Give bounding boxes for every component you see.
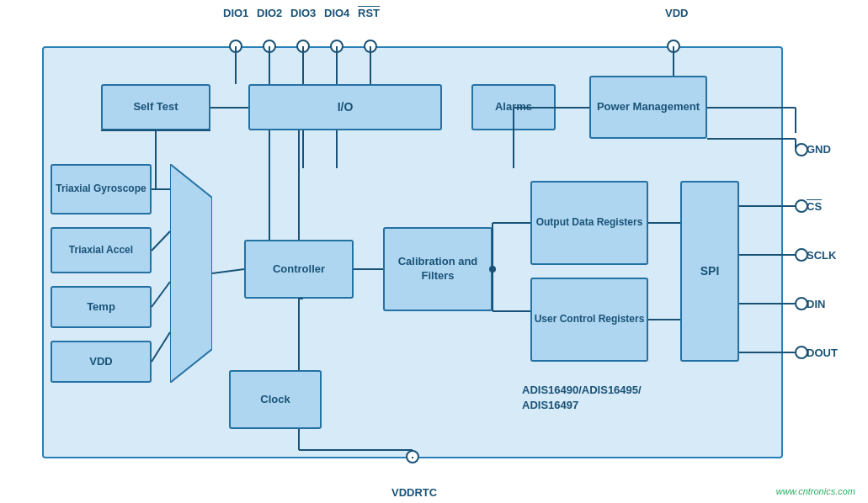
svg-point-18 — [796, 249, 807, 261]
triaxial-gyroscope-box: Triaxial Gyroscope — [51, 164, 152, 214]
pin-label-dio3: DIO3 — [290, 7, 316, 19]
pin-label-vdd-top: VDD — [665, 7, 688, 19]
output-data-registers-box: Output Data Registers — [530, 181, 648, 265]
io-box: I/O — [248, 84, 442, 130]
pin-label-dout: DOUT — [807, 347, 838, 359]
controller-box: Controller — [244, 240, 354, 299]
power-management-box: Power Management — [589, 76, 707, 139]
clock-box: Clock — [229, 370, 322, 429]
watermark: www.cntronics.com — [776, 486, 855, 496]
user-control-registers-box: User Control Registers — [530, 278, 648, 362]
mux-box — [170, 164, 212, 383]
svg-marker-0 — [170, 164, 212, 383]
chip-label: ADIS16490/ADIS16495/ADIS16497 — [522, 383, 642, 413]
svg-point-13 — [796, 144, 807, 156]
svg-point-20 — [796, 298, 807, 310]
vdd-sensor-box: VDD — [51, 341, 152, 383]
triaxial-accel-box: Triaxial Accel — [51, 227, 152, 273]
pin-label-vddrtc: VDDRTC — [391, 486, 437, 499]
svg-point-22 — [796, 347, 807, 358]
pin-label-cs: CS — [807, 200, 822, 213]
calibration-filters-box: Calibration and Filters — [383, 227, 493, 311]
pin-label-dio1: DIO1 — [223, 7, 248, 19]
spi-box: SPI — [680, 181, 739, 362]
pin-label-rst: RST — [358, 7, 380, 19]
diagram-container: DIO1 DIO2 DIO3 DIO4 RST VDD GND CS SCLK … — [0, 0, 868, 503]
pin-label-dio4: DIO4 — [324, 7, 349, 19]
pin-label-din: DIN — [807, 298, 825, 310]
alarms-box: Alarms — [471, 84, 556, 130]
svg-point-16 — [796, 200, 807, 212]
pin-label-dio2: DIO2 — [257, 7, 282, 19]
self-test-box: Self Test — [101, 84, 210, 130]
temp-box: Temp — [51, 286, 152, 328]
pin-label-gnd: GND — [807, 143, 831, 156]
pin-label-sclk: SCLK — [807, 249, 836, 262]
